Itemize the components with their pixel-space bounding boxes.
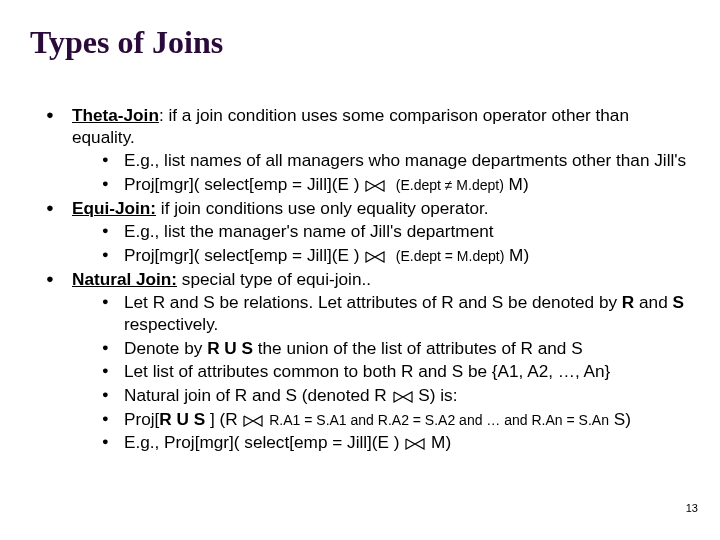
sub-bullet-item: E.g., Proj[mgr]( select[emp = Jill](E ) …: [102, 432, 692, 454]
bullet-head: Theta-Join: if a join condition uses som…: [72, 105, 692, 148]
bullet-head: Natural Join: special type of equi-join.…: [72, 269, 692, 291]
sub-bullet-item: Proj[mgr]( select[emp = Jill](E ) (E.dep…: [102, 174, 692, 196]
sub-bullet-item: E.g., list the manager's name of Jill's …: [102, 221, 692, 243]
bullet-item: Natural Join: special type of equi-join.…: [46, 269, 692, 454]
sub-bullet-item: Denote by R U S the union of the list of…: [102, 338, 692, 360]
sub-bullet-item: Proj[R U S ] (R R.A1 = S.A1 and R.A2 = S…: [102, 409, 692, 431]
sub-bullet-item: Let R and S be relations. Let attributes…: [102, 292, 692, 335]
slide: { "title": "Types of Joins", "pagenum": …: [0, 0, 720, 540]
sub-bullet-item: Natural join of R and S (denoted R S) is…: [102, 385, 692, 407]
page-number: 13: [686, 502, 698, 514]
sub-bullet-item: Let list of attributes common to both R …: [102, 361, 692, 383]
sub-bullet-list: Let R and S be relations. Let attributes…: [102, 292, 692, 454]
sub-bullet-list: E.g., list names of all managers who man…: [102, 150, 692, 195]
bullet-item: Theta-Join: if a join condition uses som…: [46, 105, 692, 196]
sub-bullet-item: Proj[mgr]( select[emp = Jill](E ) (E.dep…: [102, 245, 692, 267]
sub-bullet-item: E.g., list names of all managers who man…: [102, 150, 692, 172]
bullet-item: Equi-Join: if join conditions use only e…: [46, 198, 692, 267]
slide-title: Types of Joins: [30, 24, 692, 61]
sub-bullet-list: E.g., list the manager's name of Jill's …: [102, 221, 692, 266]
bullet-head: Equi-Join: if join conditions use only e…: [72, 198, 692, 220]
bullet-list: Theta-Join: if a join condition uses som…: [46, 105, 692, 454]
